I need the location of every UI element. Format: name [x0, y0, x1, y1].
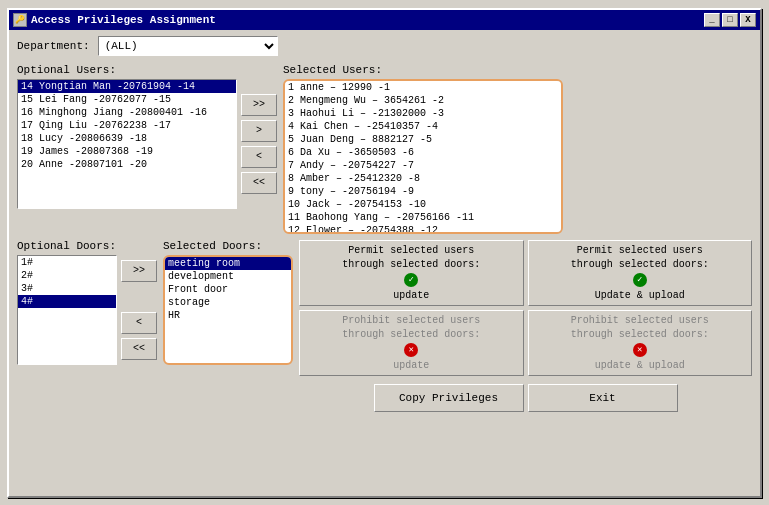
selected-user-item-9[interactable]: 9 tony – -20756194 -9 — [285, 185, 561, 198]
optional-doors-label: Optional Doors: — [17, 240, 157, 252]
optional-door-item-4[interactable]: 4# — [18, 295, 116, 308]
prohibit-action-row: Prohibit selected users through selected… — [299, 310, 752, 376]
selected-user-item-4[interactable]: 4 Kai Chen – -25410357 -4 — [285, 120, 561, 133]
selected-users-label: Selected Users: — [283, 64, 752, 76]
selected-user-item-11[interactable]: 11 Baohong Yang – -20756166 -11 — [285, 211, 561, 224]
prohibit-update-line2: through selected doors: — [342, 329, 480, 340]
optional-door-item-1[interactable]: 1# — [18, 256, 116, 269]
permit-upload-button[interactable]: Permit selected users through selected d… — [528, 240, 753, 306]
main-area: Optional Users: 14 Yongtian Man -2076190… — [17, 64, 752, 234]
optional-user-item-14[interactable]: 14 Yongtian Man -20761904 -14 — [18, 80, 236, 93]
selected-door-item-1[interactable]: meeting room — [165, 257, 291, 270]
selected-user-item-3[interactable]: 3 Haohui Li – -21302000 -3 — [285, 107, 561, 120]
optional-doors-panel: Optional Doors: 1# 2# 3# 4# >> < << — [17, 240, 157, 412]
department-label: Department: — [17, 40, 90, 52]
selected-user-item-1[interactable]: 1 anne – 12990 -1 — [285, 81, 561, 94]
selected-user-item-12[interactable]: 12 Flower – -20754388 -12 — [285, 224, 561, 234]
title-bar-left: 🔑 Access Privileges Assignment — [13, 13, 216, 27]
selected-user-item-5[interactable]: 5 Juan Deng – 8882127 -5 — [285, 133, 561, 146]
permit-update-line2: through selected doors: — [342, 259, 480, 270]
optional-user-item-20[interactable]: 20 Anne -20807101 -20 — [18, 158, 236, 171]
title-controls[interactable]: _ □ X — [704, 13, 756, 27]
permit-upload-line1: Permit selected users — [577, 245, 703, 256]
prohibit-update-line1: Prohibit selected users — [342, 315, 480, 326]
move-all-right-users-button[interactable]: >> — [241, 94, 277, 116]
permit-upload-line2: through selected doors: — [571, 259, 709, 270]
selected-door-item-4[interactable]: storage — [165, 296, 291, 309]
permit-upload-check-icon: ✓ — [633, 273, 647, 287]
selected-user-item-7[interactable]: 7 Andy – -20754227 -7 — [285, 159, 561, 172]
selected-doors-listbox[interactable]: meeting room development Front door stor… — [163, 255, 293, 365]
optional-user-item-18[interactable]: 18 Lucy -20806639 -18 — [18, 132, 236, 145]
selected-doors-label: Selected Doors: — [163, 240, 293, 252]
prohibit-upload-line2: through selected doors: — [571, 329, 709, 340]
prohibit-update-button[interactable]: Prohibit selected users through selected… — [299, 310, 524, 376]
move-all-right-doors-button[interactable]: >> — [121, 260, 157, 282]
copy-privileges-button[interactable]: Copy Privileges — [374, 384, 524, 412]
maximize-button[interactable]: □ — [722, 13, 738, 27]
prohibit-upload-line3: update & upload — [595, 360, 685, 371]
selected-users-panel: Selected Users: 1 anne – 12990 -1 2 Meng… — [283, 64, 752, 234]
permit-update-line1: Permit selected users — [348, 245, 474, 256]
department-select[interactable]: (ALL) — [98, 36, 278, 56]
selected-doors-panel: Selected Doors: meeting room development… — [163, 240, 293, 412]
optional-users-panel: Optional Users: 14 Yongtian Man -2076190… — [17, 64, 277, 234]
permit-upload-line3: Update & upload — [595, 290, 685, 301]
app-icon: 🔑 — [13, 13, 27, 27]
permit-action-row: Permit selected users through selected d… — [299, 240, 752, 306]
selected-user-item-2[interactable]: 2 Mengmeng Wu – 3654261 -2 — [285, 94, 561, 107]
selected-door-item-5[interactable]: HR — [165, 309, 291, 322]
exit-button[interactable]: Exit — [528, 384, 678, 412]
optional-users-listbox[interactable]: 14 Yongtian Man -20761904 -14 15 Lei Fan… — [17, 79, 237, 209]
move-one-left-users-button[interactable]: < — [241, 146, 277, 168]
close-button[interactable]: X — [740, 13, 756, 27]
bottom-row-buttons: Copy Privileges Exit — [299, 384, 752, 412]
prohibit-update-x-icon: ✕ — [404, 343, 418, 357]
move-one-left-doors-button[interactable]: < — [121, 312, 157, 334]
optional-user-item-19[interactable]: 19 James -20807368 -19 — [18, 145, 236, 158]
window-title: Access Privileges Assignment — [31, 14, 216, 26]
selected-users-listbox[interactable]: 1 anne – 12990 -1 2 Mengmeng Wu – 365426… — [283, 79, 563, 234]
optional-door-item-3[interactable]: 3# — [18, 282, 116, 295]
optional-user-item-16[interactable]: 16 Minghong Jiang -20800401 -16 — [18, 106, 236, 119]
door-arrow-buttons: >> < << — [121, 260, 157, 360]
selected-door-item-2[interactable]: development — [165, 270, 291, 283]
optional-users-inner: 14 Yongtian Man -20761904 -14 15 Lei Fan… — [17, 79, 277, 209]
optional-doors-listbox[interactable]: 1# 2# 3# 4# — [17, 255, 117, 365]
prohibit-upload-x-icon: ✕ — [633, 343, 647, 357]
permit-update-line3: update — [393, 290, 429, 301]
prohibit-upload-line1: Prohibit selected users — [571, 315, 709, 326]
department-row: Department: (ALL) — [17, 36, 752, 56]
optional-users-label: Optional Users: — [17, 64, 277, 76]
selected-user-item-8[interactable]: 8 Amber – -25412320 -8 — [285, 172, 561, 185]
selected-door-item-3[interactable]: Front door — [165, 283, 291, 296]
main-window: 🔑 Access Privileges Assignment _ □ X Dep… — [7, 8, 762, 498]
selected-user-item-6[interactable]: 6 Da Xu – -3650503 -6 — [285, 146, 561, 159]
permit-update-button[interactable]: Permit selected users through selected d… — [299, 240, 524, 306]
content-area: Department: (ALL) Optional Users: 14 Yon… — [9, 30, 760, 418]
optional-user-item-17[interactable]: 17 Qing Liu -20762238 -17 — [18, 119, 236, 132]
prohibit-upload-button[interactable]: Prohibit selected users through selected… — [528, 310, 753, 376]
title-bar: 🔑 Access Privileges Assignment _ □ X — [9, 10, 760, 30]
move-all-left-doors-button[interactable]: << — [121, 338, 157, 360]
move-all-left-users-button[interactable]: << — [241, 172, 277, 194]
permit-update-check-icon: ✓ — [404, 273, 418, 287]
user-arrow-buttons: >> > < << — [241, 94, 277, 194]
selected-user-item-10[interactable]: 10 Jack – -20754153 -10 — [285, 198, 561, 211]
bottom-area: Optional Doors: 1# 2# 3# 4# >> < << — [17, 240, 752, 412]
optional-door-item-2[interactable]: 2# — [18, 269, 116, 282]
prohibit-update-line3: update — [393, 360, 429, 371]
move-one-right-users-button[interactable]: > — [241, 120, 277, 142]
optional-doors-inner: 1# 2# 3# 4# >> < << — [17, 255, 157, 365]
minimize-button[interactable]: _ — [704, 13, 720, 27]
action-buttons-panel: Permit selected users through selected d… — [299, 240, 752, 412]
optional-user-item-15[interactable]: 15 Lei Fang -20762077 -15 — [18, 93, 236, 106]
